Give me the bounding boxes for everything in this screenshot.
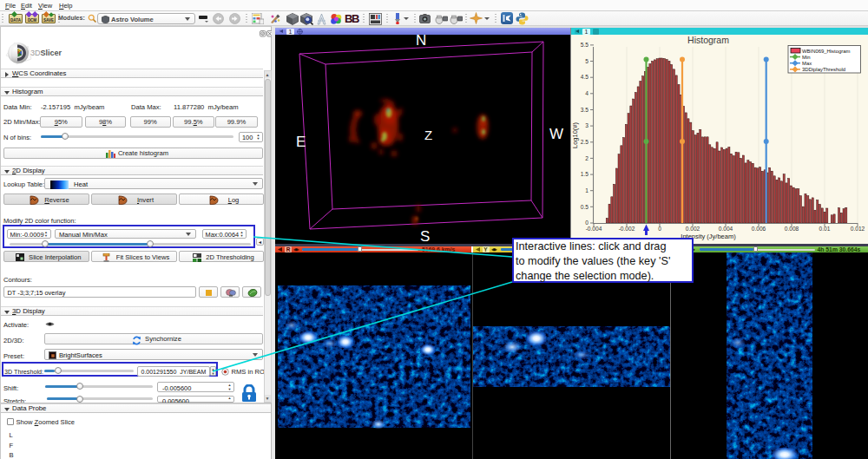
svg-text:0.002: 0.002 [686,226,700,232]
svg-text:0.012: 0.012 [851,226,865,232]
svg-text:1: 1 [585,187,589,193]
svg-text:3: 3 [585,122,589,128]
svg-text:N: N [416,35,426,49]
svg-text:0: 0 [658,226,661,232]
svg-text:3DDiplayThreshold: 3DDiplayThreshold [802,67,845,72]
svg-text:Z: Z [424,128,432,142]
svg-text:Min: Min [802,55,811,60]
svg-text:4: 4 [585,90,589,96]
svg-text:2: 2 [585,155,589,161]
svg-text:5.5: 5.5 [581,42,589,48]
svg-text:2.5: 2.5 [581,139,589,145]
svg-text:Max: Max [802,61,812,66]
svg-text:S: S [420,228,430,244]
svg-text:0.008: 0.008 [785,226,799,232]
svg-text:-0.004: -0.004 [586,226,602,232]
svg-text:E: E [296,134,306,150]
svg-text:5: 5 [585,58,589,64]
svg-text:Histogram: Histogram [687,35,729,45]
svg-text:-0.002: -0.002 [619,226,635,232]
svg-text:WBIN069_Histogram: WBIN069_Histogram [802,49,850,54]
svg-text:0.006: 0.006 [752,226,766,232]
svg-text:4.5: 4.5 [581,74,589,80]
svg-text:0.004: 0.004 [719,226,733,232]
svg-text:0.5: 0.5 [581,204,589,210]
svg-text:W: W [549,126,563,142]
svg-text:3.5: 3.5 [581,107,589,113]
svg-text:Log10(#): Log10(#) [571,121,579,148]
svg-text:0.01: 0.01 [819,226,831,232]
svg-text:1.5: 1.5 [581,171,589,177]
